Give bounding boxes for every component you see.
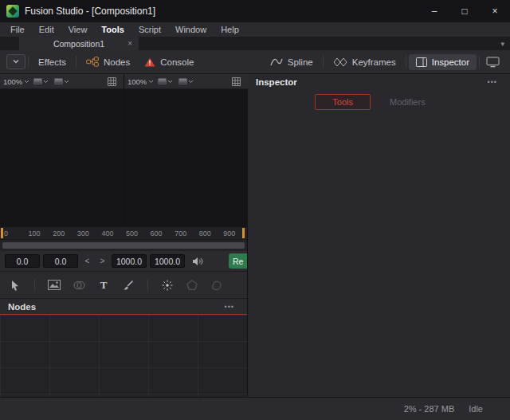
ui-layout-picker-button[interactable] [6,54,26,69]
tab-tools[interactable]: Tools [315,94,371,110]
tab-composition1[interactable]: Composition1 × [19,37,139,50]
step-forward-button[interactable]: > [96,254,108,268]
memory-usage-text: 2% - 287 MB [404,404,455,414]
render-range-start-marker[interactable] [1,228,3,238]
particles-tool-button[interactable] [159,277,175,293]
lut-swatch-icon [178,78,187,84]
viewer-right-zoom-dropdown[interactable]: 100% [128,77,154,86]
nodes-button-label: Nodes [104,57,130,67]
effects-button-label: Effects [38,57,66,67]
text-tool-button[interactable]: T [96,277,112,293]
timeline-scrollbar-thumb[interactable] [2,242,245,249]
keyframes-button-label: Keyframes [352,57,396,67]
menu-view[interactable]: View [61,22,95,37]
chevron-down-icon [12,59,20,65]
tab-overflow-icon[interactable]: ▾ [500,37,510,50]
tick-label: 0 [4,230,29,237]
inspector-options-button[interactable]: ••• [483,77,502,87]
menu-bar: File Edit View Tools Script Window Help [0,22,510,37]
tick-label: 500 [126,230,151,237]
merge-icon [73,281,85,290]
spline-button[interactable]: Spline [263,54,320,70]
bspline-mask-tool-button[interactable] [209,277,225,293]
keyframes-button[interactable]: Keyframes [326,54,403,70]
fusion-studio-window: Fusion Studio - [Composition1] – □ × Fil… [0,0,510,420]
inspector-button-label: Inspector [432,57,469,67]
loader-tool-button[interactable] [46,277,62,293]
toolbar-separator [323,56,324,68]
pointer-icon [10,280,21,291]
menu-script[interactable]: Script [131,22,168,37]
status-state-text: Idle [469,404,483,414]
channel-swatch-icon [33,78,42,84]
merge-tool-button[interactable] [71,277,87,293]
audio-mute-button[interactable] [190,257,205,266]
polygon-mask-tool-button[interactable] [184,277,200,293]
main-toolbar: Effects Nodes Console Spline [0,50,510,74]
nodes-panel-title: Nodes [8,302,36,312]
menu-help[interactable]: Help [214,22,246,37]
viewer-left-controls: 100% [0,74,124,89]
viewer-left-canvas[interactable] [0,89,124,227]
viewer-right-canvas[interactable] [124,89,248,227]
inspector-button[interactable]: Inspector [409,54,477,70]
menu-tools[interactable]: Tools [94,22,131,37]
inspector-title: Inspector [256,77,297,87]
render-range-end-marker[interactable] [242,228,245,238]
nodes-panel-header: Nodes ••• [0,299,247,315]
chevron-down-icon [188,80,194,84]
close-button[interactable]: × [480,0,510,22]
clean-feed-monitor-button[interactable] [482,54,504,70]
spline-icon [270,57,283,67]
toolbar-separator [28,56,29,68]
render-button[interactable]: Re [229,253,247,269]
maximize-button[interactable]: □ [449,0,480,22]
viewer-left-zoom-dropdown[interactable]: 100% [3,77,29,86]
channel-swatch-icon [158,78,167,84]
timeline-ruler[interactable]: 0 100 200 300 400 500 600 700 800 900 [0,227,247,240]
viewer-left-channel-dropdown[interactable] [32,77,50,85]
viewer-right-lut-dropdown[interactable] [177,77,195,85]
inspector-panel: Inspector ••• Tools Modifiers [248,74,510,397]
viewer-left-lut-dropdown[interactable] [53,77,71,85]
chevron-down-icon [24,80,29,84]
paint-brush-icon [123,280,134,291]
node-editor-canvas[interactable] [0,315,247,397]
bspline-mask-icon [211,280,222,290]
chevron-down-icon [167,80,173,84]
inspector-tabs: Tools Modifiers [248,90,510,114]
tick-label: 600 [151,230,175,237]
tick-label: 300 [77,230,102,237]
chevron-down-icon [43,80,49,84]
nodes-button[interactable]: Nodes [79,53,137,70]
tick-label: 400 [101,230,126,237]
paint-tool-button[interactable] [120,277,136,293]
tick-label: 700 [175,230,199,237]
tick-label: 100 [29,230,53,237]
tab-modifiers[interactable]: Modifiers [372,94,443,110]
console-button[interactable]: Console [137,54,201,70]
step-back-button[interactable]: < [81,254,93,268]
zoom-value: 100% [3,77,22,86]
composition-tab-bar: Composition1 × ▾ [0,37,510,50]
menu-window[interactable]: Window [168,22,214,37]
pointer-tool-button[interactable] [7,277,23,293]
timeline-scrollbar-track [0,240,247,251]
viewer-right-layout-grid-button[interactable] [228,75,245,88]
menu-file[interactable]: File [3,22,32,37]
chevron-down-icon [64,80,69,84]
effects-button[interactable]: Effects [31,54,73,70]
viewer-left-layout-grid-button[interactable] [104,75,120,88]
range-out-field[interactable] [112,254,147,268]
menu-edit[interactable]: Edit [32,22,61,37]
status-bar: 2% - 287 MB Idle [0,397,510,420]
warning-triangle-icon [144,57,155,67]
current-frame-field[interactable] [43,254,78,268]
tab-close-icon[interactable]: × [128,40,132,48]
viewer-right-channel-dropdown[interactable] [156,77,175,85]
viewer-left: 100% [0,74,124,227]
nodes-panel-options-button[interactable]: ••• [220,302,239,312]
minimize-button[interactable]: – [419,0,449,22]
duration-field[interactable] [150,254,185,268]
range-in-field[interactable] [5,254,40,268]
